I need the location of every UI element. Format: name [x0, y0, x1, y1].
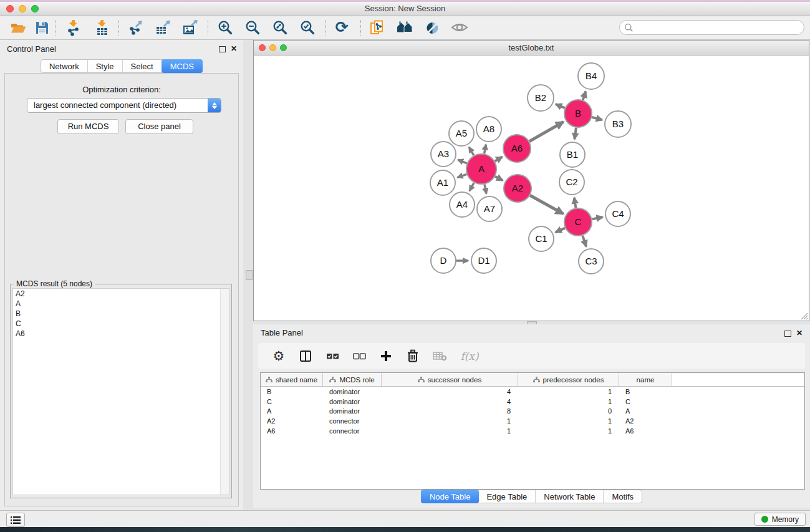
- close-panel-icon[interactable]: ✕: [796, 329, 803, 337]
- zoom-fit-button[interactable]: [271, 18, 289, 37]
- tab-select[interactable]: Select: [123, 60, 162, 72]
- graph-edge-B-B1[interactable]: [574, 128, 576, 139]
- close-panel-button[interactable]: Close panel: [125, 119, 193, 134]
- zoom-in-button[interactable]: [216, 18, 234, 37]
- graph-node-B4[interactable]: B4: [578, 63, 604, 89]
- network-canvas[interactable]: AA6A2BCA1A3A4A5A7A8B1B2B3B4C1C2C3C4DD1: [254, 56, 809, 321]
- column-header[interactable]: predecessor nodes: [518, 373, 619, 386]
- graph-node-C3[interactable]: C3: [579, 249, 604, 274]
- graph-node-D[interactable]: D: [431, 248, 456, 273]
- graph-node-C4[interactable]: C4: [605, 201, 630, 226]
- clone-network-button[interactable]: [368, 18, 387, 37]
- table-row[interactable]: A6connector11A6: [261, 426, 804, 436]
- zoom-selected-button[interactable]: [298, 18, 317, 37]
- mcds-result-item[interactable]: A: [13, 299, 229, 309]
- graph-node-B[interactable]: B: [564, 100, 592, 127]
- table-settings-button[interactable]: ⚙: [271, 349, 286, 364]
- tab-style[interactable]: Style: [88, 60, 123, 72]
- show-graphics-details-button[interactable]: [450, 18, 469, 37]
- graph-edge-B-B3[interactable]: [592, 117, 602, 120]
- minimize-window-button[interactable]: [19, 5, 26, 12]
- graph-node-B2[interactable]: B2: [528, 85, 554, 111]
- run-mcds-button[interactable]: Run MCDS: [57, 119, 119, 134]
- graph-edge-A-A7[interactable]: [485, 185, 486, 194]
- save-session-button[interactable]: [32, 18, 51, 37]
- table-row[interactable]: A2connector11A2: [261, 416, 804, 426]
- task-history-button[interactable]: [6, 513, 25, 527]
- graph-edge-A-A4[interactable]: [470, 183, 474, 191]
- graph-node-C[interactable]: C: [564, 208, 592, 236]
- graph-node-B3[interactable]: B3: [605, 111, 631, 137]
- tab-network-table[interactable]: Network Table: [536, 490, 604, 503]
- show-column-button[interactable]: [298, 349, 313, 364]
- graph-edge-B-B2[interactable]: [556, 104, 565, 108]
- apply-layout-button[interactable]: ⟳: [332, 18, 351, 37]
- graph-edge-C-C3[interactable]: [582, 236, 586, 247]
- tab-network[interactable]: Network: [41, 60, 88, 72]
- graph-edge-C-C2[interactable]: [574, 198, 576, 208]
- graph-node-A6[interactable]: A6: [503, 135, 531, 162]
- graph-node-A7[interactable]: A7: [477, 196, 502, 221]
- graph-node-A8[interactable]: A8: [476, 117, 501, 142]
- close-panel-icon[interactable]: ✕: [231, 44, 237, 53]
- graph-edge-C-C1[interactable]: [556, 228, 565, 233]
- tab-motifs[interactable]: Motifs: [604, 490, 642, 503]
- graph-node-B1[interactable]: B1: [560, 142, 585, 167]
- unselect-all-columns-button[interactable]: [352, 349, 367, 364]
- frame-minimize-button[interactable]: [269, 44, 276, 51]
- graph-node-A3[interactable]: A3: [431, 142, 456, 167]
- search-input[interactable]: [634, 22, 804, 32]
- float-panel-icon[interactable]: [219, 46, 226, 52]
- table-row[interactable]: Bdominator41B: [261, 387, 804, 397]
- optimization-criterion-select[interactable]: largest connected component (directed): [27, 98, 221, 113]
- close-window-button[interactable]: [6, 5, 14, 12]
- graph-node-A2[interactable]: A2: [504, 175, 531, 202]
- tab-mcds[interactable]: MCDS: [162, 59, 203, 73]
- export-image-button[interactable]: [181, 18, 200, 37]
- hide-graphics-details-button[interactable]: [423, 18, 441, 37]
- function-builder-button[interactable]: f(x): [459, 349, 480, 364]
- graph-node-A4[interactable]: A4: [450, 192, 475, 217]
- tab-node-table[interactable]: Node Table: [421, 490, 480, 503]
- graph-edge-B-B4[interactable]: [583, 92, 586, 100]
- graph-node-A5[interactable]: A5: [449, 121, 474, 146]
- search-box[interactable]: [619, 20, 804, 35]
- graph-edge-A6-B[interactable]: [529, 122, 564, 141]
- tab-edge-table[interactable]: Edge Table: [478, 490, 536, 503]
- export-network-button[interactable]: [127, 18, 145, 37]
- delete-columns-button[interactable]: [405, 349, 420, 364]
- column-header[interactable]: successor nodes: [382, 373, 518, 386]
- select-all-columns-button[interactable]: [325, 349, 340, 364]
- column-header[interactable]: name: [619, 373, 672, 386]
- mcds-result-item[interactable]: B: [13, 309, 229, 319]
- graph-edge-A2-C[interactable]: [530, 195, 563, 214]
- memory-button[interactable]: Memory: [755, 513, 806, 526]
- table-row[interactable]: Adominator80A: [261, 406, 804, 416]
- frame-close-button[interactable]: [259, 44, 266, 51]
- graph-edge-A-A6[interactable]: [495, 157, 503, 162]
- graph-edge-A-A3[interactable]: [458, 160, 466, 163]
- float-panel-icon[interactable]: [784, 331, 791, 337]
- graph-edge-A-A1[interactable]: [458, 174, 467, 177]
- export-table-button[interactable]: [154, 18, 173, 37]
- zoom-out-button[interactable]: [243, 18, 262, 37]
- import-table-button[interactable]: [93, 18, 112, 37]
- graph-node-C1[interactable]: C1: [529, 226, 554, 251]
- graph-node-A[interactable]: A: [466, 154, 496, 184]
- table-row[interactable]: Cdominator41C: [261, 397, 804, 407]
- frame-zoom-button[interactable]: [280, 44, 287, 51]
- graph-edge-A-A2[interactable]: [495, 177, 503, 181]
- column-header[interactable]: shared name: [261, 373, 323, 386]
- import-network-button[interactable]: [64, 18, 83, 37]
- open-session-button[interactable]: [9, 18, 27, 37]
- graph-edge-C-C4[interactable]: [592, 217, 603, 219]
- home-button[interactable]: [395, 18, 414, 37]
- add-column-button[interactable]: [378, 349, 393, 364]
- result-list-scrollbar[interactable]: [220, 289, 229, 495]
- resize-grip-icon[interactable]: [800, 312, 808, 320]
- delete-table-button[interactable]: [432, 349, 447, 364]
- mcds-result-item[interactable]: A2: [13, 289, 229, 299]
- graph-node-C2[interactable]: C2: [559, 170, 584, 195]
- column-header[interactable]: MCDS role: [323, 373, 382, 386]
- mcds-result-item[interactable]: A6: [13, 329, 229, 339]
